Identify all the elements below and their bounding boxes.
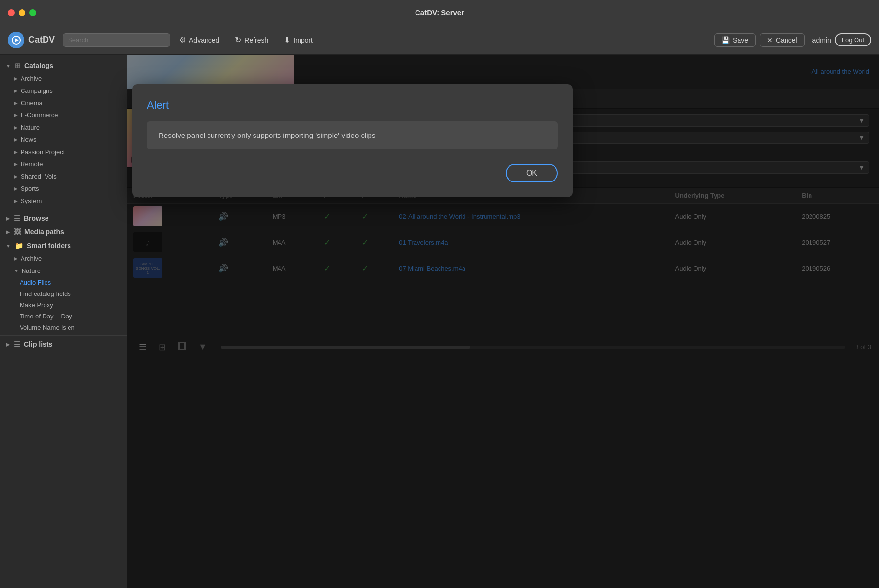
sidebar-item-system[interactable]: ▶ System	[0, 195, 127, 207]
sidebar-browse-header[interactable]: ▶ ☰ Browse	[0, 211, 127, 225]
sidebar-item-ecommerce[interactable]: ▶ E-Commerce	[0, 109, 127, 121]
import-icon: ⬇	[284, 35, 290, 45]
system-arrow: ▶	[14, 198, 18, 204]
sidebar-make-proxy[interactable]: Make Proxy	[0, 299, 127, 311]
logo: CatDV	[8, 32, 55, 48]
modal-message: Resolve panel currently only supports im…	[147, 121, 558, 149]
window-controls	[8, 9, 36, 16]
main-layout: ▼ ⊞ Catalogs ▶ Archive ▶ Campaigns ▶ Cin…	[0, 55, 879, 588]
maximize-button[interactable]	[29, 9, 36, 16]
find-catalog-fields-label: Find catalog fields	[20, 290, 71, 297]
passion-arrow: ▶	[14, 149, 18, 155]
cancel-button[interactable]: ✕ Cancel	[760, 33, 805, 47]
divider-1	[0, 209, 127, 209]
clip-lists-arrow: ▶	[6, 342, 10, 347]
minimize-button[interactable]	[19, 9, 25, 16]
sidebar-news-label: News	[21, 136, 37, 143]
media-paths-label: Media paths	[24, 228, 64, 236]
toolbar: CatDV ⚙ Advanced ↻ Refresh ⬇ Import 💾 Sa…	[0, 25, 879, 55]
sf-nature-arrow: ▼	[14, 268, 19, 273]
archive-arrow: ▶	[14, 76, 18, 81]
campaigns-arrow: ▶	[14, 88, 18, 93]
sidebar-item-archive[interactable]: ▶ Archive	[0, 72, 127, 85]
sidebar-media-paths-header[interactable]: ▶ 🖼 Media paths	[0, 225, 127, 239]
search-input[interactable]	[63, 33, 170, 47]
smart-folders-label: Smart folders	[27, 242, 71, 249]
sidebar-cinema-label: Cinema	[21, 99, 43, 107]
sidebar-smart-folders-header[interactable]: ▼ 📁 Smart folders	[0, 239, 127, 252]
sidebar-item-sports[interactable]: ▶ Sports	[0, 182, 127, 195]
sidebar-item-campaigns[interactable]: ▶ Campaigns	[0, 85, 127, 97]
sidebar-item-passion-project[interactable]: ▶ Passion Project	[0, 146, 127, 158]
news-arrow: ▶	[14, 137, 18, 142]
browse-icon: ☰	[14, 214, 20, 222]
sidebar-audio-files[interactable]: Audio Files	[0, 277, 127, 288]
media-paths-icon: 🖼	[14, 228, 21, 236]
browse-arrow: ▶	[6, 216, 10, 221]
save-label: Save	[733, 36, 748, 44]
sidebar-sf-nature[interactable]: ▼ Nature	[0, 265, 127, 277]
browse-label: Browse	[24, 214, 49, 222]
sidebar-volume-name[interactable]: Volume Name is en	[0, 322, 127, 333]
advanced-icon: ⚙	[179, 35, 186, 45]
sports-arrow: ▶	[14, 186, 18, 191]
save-icon: 💾	[721, 36, 730, 44]
sidebar: ▼ ⊞ Catalogs ▶ Archive ▶ Campaigns ▶ Cin…	[0, 55, 127, 588]
sf-archive-arrow: ▶	[14, 256, 18, 261]
sidebar-passion-label: Passion Project	[21, 148, 65, 156]
logo-text: CatDV	[28, 35, 55, 45]
sidebar-sf-archive[interactable]: ▶ Archive	[0, 252, 127, 265]
sidebar-find-catalog-fields[interactable]: Find catalog fields	[0, 288, 127, 299]
modal-footer: OK	[147, 164, 558, 182]
sidebar-nature-label: Nature	[21, 124, 40, 131]
clip-lists-icon: ☰	[14, 340, 20, 348]
sidebar-remote-label: Remote	[21, 160, 43, 168]
sidebar-item-shared-vols[interactable]: ▶ Shared_Vols	[0, 170, 127, 182]
modal-title: Alert	[147, 99, 558, 112]
refresh-icon: ↻	[235, 35, 241, 45]
sidebar-item-remote[interactable]: ▶ Remote	[0, 158, 127, 170]
content-area: -All around the World Clip Details Summa…	[127, 55, 879, 588]
toolbar-right: 💾 Save ✕ Cancel admin Log Out	[714, 33, 871, 47]
modal-ok-button[interactable]: OK	[506, 164, 558, 182]
smart-folders-icon: 📁	[15, 242, 23, 249]
window-title: CatDV: Server	[415, 8, 464, 17]
sidebar-campaigns-label: Campaigns	[21, 87, 53, 94]
nature-arrow: ▶	[14, 125, 18, 130]
advanced-label: Advanced	[189, 36, 219, 44]
sidebar-ecommerce-label: E-Commerce	[21, 112, 58, 119]
sidebar-item-cinema[interactable]: ▶ Cinema	[0, 97, 127, 109]
sidebar-system-label: System	[21, 197, 42, 204]
sidebar-clip-lists-header[interactable]: ▶ ☰ Clip lists	[0, 338, 127, 351]
sidebar-time-of-day[interactable]: Time of Day = Day	[0, 311, 127, 322]
cancel-icon: ✕	[767, 36, 773, 44]
audio-files-label: Audio Files	[20, 279, 51, 286]
catalogs-icon: ⊞	[15, 62, 21, 69]
media-paths-arrow: ▶	[6, 229, 10, 235]
clip-lists-label: Clip lists	[24, 340, 52, 348]
sidebar-item-news[interactable]: ▶ News	[0, 134, 127, 146]
save-button[interactable]: 💾 Save	[714, 33, 756, 47]
ecommerce-arrow: ▶	[14, 113, 18, 118]
title-bar: CatDV: Server	[0, 0, 879, 25]
refresh-button[interactable]: ↻ Refresh	[228, 32, 275, 47]
advanced-button[interactable]: ⚙ Advanced	[172, 32, 226, 47]
refresh-label: Refresh	[244, 36, 268, 44]
shared-arrow: ▶	[14, 174, 18, 179]
import-button[interactable]: ⬇ Import	[277, 32, 320, 47]
cinema-arrow: ▶	[14, 100, 18, 106]
close-button[interactable]	[8, 9, 15, 16]
logout-button[interactable]: Log Out	[835, 33, 871, 46]
catalogs-label: Catalogs	[24, 62, 53, 69]
catalogs-arrow: ▼	[6, 63, 11, 68]
alert-modal: Alert Resolve panel currently only suppo…	[132, 84, 573, 197]
time-of-day-label: Time of Day = Day	[20, 313, 72, 320]
remote-arrow: ▶	[14, 161, 18, 167]
smart-folders-arrow: ▼	[6, 243, 11, 249]
sidebar-sports-label: Sports	[21, 185, 39, 192]
sidebar-catalogs-header[interactable]: ▼ ⊞ Catalogs	[0, 59, 127, 72]
sidebar-shared-label: Shared_Vols	[21, 173, 57, 180]
sidebar-item-nature[interactable]: ▶ Nature	[0, 121, 127, 134]
username-label: admin	[812, 36, 831, 44]
make-proxy-label: Make Proxy	[20, 301, 53, 309]
